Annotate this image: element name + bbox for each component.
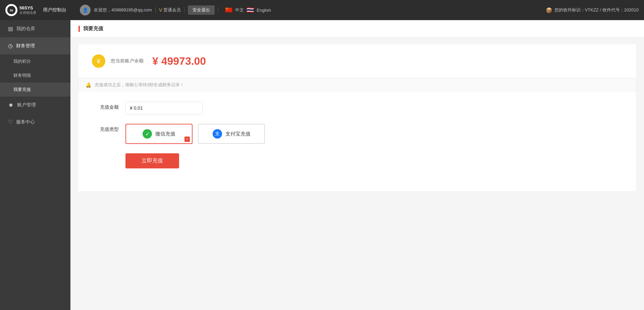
alipay-label: 支付宝充值 bbox=[225, 131, 251, 137]
sidebar-account-label: 账户管理 bbox=[17, 102, 36, 108]
amount-input[interactable] bbox=[125, 102, 203, 114]
title-bar-accent bbox=[78, 26, 80, 32]
notice-text: 充值成功之后，请耐心等待3秒生成财务记录！ bbox=[95, 82, 184, 88]
points-label: 我的积分 bbox=[13, 58, 31, 64]
sidebar-item-service[interactable]: ♡ 服务中心 bbox=[0, 113, 70, 131]
divider-1 bbox=[155, 7, 156, 13]
member-badge: V 普通会员 bbox=[159, 7, 181, 13]
sidebar-sub-recharge[interactable]: 我要充值 bbox=[0, 83, 70, 97]
avatar: 👤 bbox=[80, 5, 91, 15]
member-icon: V bbox=[159, 7, 162, 13]
amount-label: 充值金额 bbox=[92, 102, 119, 110]
logo: 56 56SYS 全易物流通 bbox=[5, 4, 36, 16]
control-panel-title: 用户控制台 bbox=[43, 7, 66, 13]
logo-circle: 56 bbox=[5, 4, 17, 16]
balance-label: 您当前账户余额 bbox=[111, 58, 144, 64]
main-layout: ▤ 我的仓库 ◷ 财务管理 我的积分 财务明细 我要充值 ☻ 账户管理 ♡ 服务… bbox=[0, 20, 644, 310]
alipay-icon: 支 bbox=[213, 129, 222, 139]
welcome-text: 欢迎您，409889195@qq.com bbox=[94, 7, 152, 13]
header: 56 56SYS 全易物流通 用户控制台 👤 欢迎您，409889195@qq.… bbox=[0, 0, 644, 20]
logo-text-group: 56SYS 全易物流通 bbox=[19, 5, 36, 15]
wechat-icon: ✓ bbox=[143, 129, 152, 139]
alipay-option[interactable]: 支 支付宝充值 bbox=[198, 124, 265, 144]
logo-sub-text: 全易物流通 bbox=[19, 10, 36, 15]
balance-card: ¥ 您当前账户余额 ¥ 49973.00 bbox=[78, 44, 636, 78]
balance-amount: ¥ 49973.00 bbox=[152, 55, 206, 67]
language-section: 🇨🇳 中文 🇹🇭 English bbox=[225, 6, 271, 14]
sidebar-sub-statement[interactable]: 财务明细 bbox=[0, 68, 70, 83]
sidebar: ▤ 我的仓库 ◷ 财务管理 我的积分 财务明细 我要充值 ☻ 账户管理 ♡ 服务… bbox=[0, 20, 70, 310]
notice-icon: 🔔 bbox=[86, 82, 91, 88]
divider-3 bbox=[218, 7, 218, 13]
coin-icon: ¥ bbox=[92, 54, 105, 68]
logout-button[interactable]: 安全退出 bbox=[188, 5, 215, 15]
page-title: 我要充值 bbox=[83, 25, 103, 32]
warehouse-icon: ▤ bbox=[8, 25, 13, 32]
notice-bar: 🔔 充值成功之后，请耐心等待3秒生成财务记录！ bbox=[78, 78, 636, 92]
svg-text:56: 56 bbox=[10, 9, 13, 12]
package-icon: 📦 bbox=[546, 7, 552, 13]
payment-type-row: 充值类型 ✓ 微信充值 支 支付宝充值 bbox=[92, 124, 623, 144]
content-area: 我要充值 ¥ 您当前账户余额 ¥ 49973.00 🔔 充值成功之后，请耐心等待… bbox=[70, 20, 644, 310]
flag-zh[interactable]: 🇨🇳 bbox=[225, 6, 232, 14]
lang-zh-label[interactable]: 中文 bbox=[235, 7, 244, 13]
submit-spacer bbox=[92, 153, 119, 156]
page-header: 我要充值 bbox=[70, 20, 644, 38]
header-right: 📦 您的收件标识：VTKZZ / 收件代号：102010 bbox=[546, 7, 639, 13]
sidebar-service-label: 服务中心 bbox=[16, 119, 35, 125]
sidebar-item-warehouse[interactable]: ▤ 我的仓库 bbox=[0, 20, 70, 37]
user-section: 👤 欢迎您，409889195@qq.com bbox=[80, 5, 152, 15]
amount-row: 充值金额 bbox=[92, 102, 623, 114]
recharge-label: 我要充值 bbox=[13, 87, 31, 93]
logo-main-text: 56SYS bbox=[19, 5, 36, 10]
package-info: 您的收件标识：VTKZZ / 收件代号：102010 bbox=[554, 7, 639, 13]
form-area: 充值金额 充值类型 ✓ 微信充值 支 支付宝充值 bbox=[78, 92, 636, 191]
payment-options: ✓ 微信充值 支 支付宝充值 bbox=[125, 124, 265, 144]
submit-row: 立即充值 bbox=[92, 153, 623, 168]
statement-label: 财务明细 bbox=[13, 72, 31, 79]
sidebar-warehouse-label: 我的仓库 bbox=[16, 26, 35, 32]
sidebar-item-finance[interactable]: ◷ 财务管理 bbox=[0, 37, 70, 54]
lang-en-label[interactable]: English bbox=[257, 8, 271, 13]
logo-icon: 56 bbox=[7, 5, 16, 15]
finance-icon: ◷ bbox=[8, 43, 13, 49]
member-label: 普通会员 bbox=[163, 7, 181, 13]
service-icon: ♡ bbox=[8, 119, 13, 125]
sidebar-item-account[interactable]: ☻ 账户管理 bbox=[0, 97, 70, 113]
payment-type-label: 充值类型 bbox=[92, 124, 119, 133]
submit-button[interactable]: 立即充值 bbox=[125, 153, 179, 168]
account-icon: ☻ bbox=[8, 102, 14, 108]
sidebar-finance-label: 财务管理 bbox=[16, 43, 35, 49]
wechat-label: 微信充值 bbox=[155, 131, 175, 137]
sidebar-sub-points[interactable]: 我的积分 bbox=[0, 54, 70, 68]
divider-2 bbox=[184, 7, 184, 13]
flag-en[interactable]: 🇹🇭 bbox=[247, 6, 254, 14]
wechat-pay-option[interactable]: ✓ 微信充值 bbox=[125, 124, 193, 144]
